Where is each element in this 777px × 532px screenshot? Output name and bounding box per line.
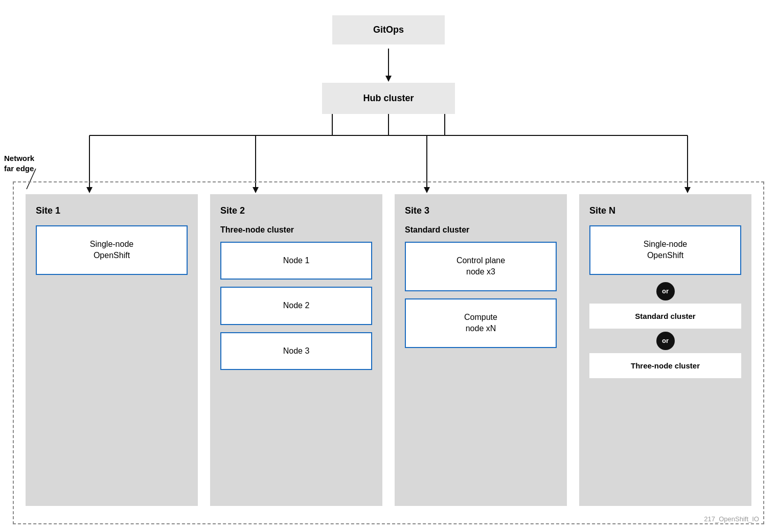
site-n-or-badge-2: or xyxy=(656,332,675,350)
site-n-standard-cluster: Standard cluster xyxy=(589,304,741,329)
site-3-cluster-label: Standard cluster xyxy=(405,225,557,235)
site-3-control-plane: Control planenode x3 xyxy=(405,242,557,291)
gitops-label: GitOps xyxy=(373,25,404,35)
site-2-node-3: Node 3 xyxy=(220,332,372,370)
site-1-node-single: Single-nodeOpenShift xyxy=(36,225,188,275)
site-n-three-node-cluster: Three-node cluster xyxy=(589,353,741,378)
site-1-box: Site 1 Single-nodeOpenShift xyxy=(26,194,198,506)
gitops-box: GitOps xyxy=(332,15,445,44)
site-3-title: Site 3 xyxy=(405,205,557,216)
site-n-single-node: Single-nodeOpenShift xyxy=(589,225,741,275)
hub-cluster-box: Hub cluster xyxy=(322,83,455,114)
site-2-title: Site 2 xyxy=(220,205,372,216)
site-3-compute-node: Computenode xN xyxy=(405,298,557,348)
site-1-title: Site 1 xyxy=(36,205,188,216)
sites-row: Site 1 Single-nodeOpenShift Site 2 Three… xyxy=(26,194,751,506)
site-n-box: Site N Single-nodeOpenShift or Standard … xyxy=(579,194,751,506)
site-2-node-1: Node 1 xyxy=(220,242,372,280)
hub-cluster-label: Hub cluster xyxy=(363,93,414,103)
site-2-box: Site 2 Three-node cluster Node 1 Node 2 … xyxy=(210,194,382,506)
network-far-edge-label: Network far edge xyxy=(4,153,34,173)
site-n-title: Site N xyxy=(589,205,741,216)
site-n-or-badge-1: or xyxy=(656,282,675,300)
site-2-cluster-label: Three-node cluster xyxy=(220,225,372,235)
site-2-node-2: Node 2 xyxy=(220,287,372,325)
site-3-box: Site 3 Standard cluster Control planenod… xyxy=(395,194,567,506)
diagram-container: GitOps Hub cluster Network far edge Site… xyxy=(0,0,777,532)
watermark: 217_OpenShift_IO xyxy=(704,515,759,523)
svg-marker-1 xyxy=(385,76,392,82)
